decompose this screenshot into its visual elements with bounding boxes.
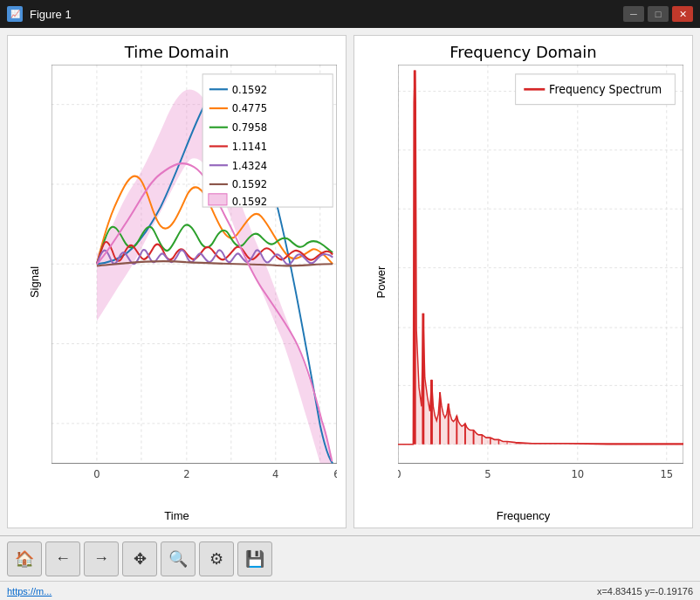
time-domain-canvas[interactable]: 1.0 0.5 0.0 −0.5 −1.0 0 2 4 6 (51, 65, 337, 501)
plots-row: Time Domain Signal Time (0, 28, 700, 535)
window-title: Figure 1 (30, 8, 623, 21)
content-area: Time Domain Signal Time (0, 28, 700, 600)
forward-button[interactable]: → (84, 541, 119, 576)
svg-text:0: 0 (398, 467, 401, 480)
svg-text:0.4775: 0.4775 (232, 102, 267, 115)
status-coords: x=4.83415 y=-0.19176 (597, 586, 693, 597)
maximize-button[interactable]: □ (648, 6, 669, 22)
frequency-domain-plot: Frequency Domain Power Frequency (353, 35, 693, 528)
status-link[interactable]: https://m... (7, 586, 51, 597)
status-bar: https://m... x=4.83415 y=-0.19176 (0, 581, 700, 600)
svg-rect-22 (202, 74, 333, 207)
save-button[interactable]: 💾 (237, 541, 272, 576)
svg-text:15: 15 (660, 467, 673, 480)
pan-button[interactable]: ✥ (122, 541, 157, 576)
svg-text:1.1141: 1.1141 (232, 140, 267, 153)
time-domain-x-label: Time (164, 509, 189, 522)
svg-rect-35 (209, 194, 227, 205)
window-controls: ─ □ ✕ (623, 6, 693, 22)
svg-text:0: 0 (93, 467, 100, 480)
time-domain-y-label: Signal (28, 266, 41, 297)
minimize-button[interactable]: ─ (623, 6, 644, 22)
home-button[interactable]: 🏠 (7, 541, 42, 576)
svg-text:0.1592: 0.1592 (232, 83, 267, 96)
svg-text:5: 5 (484, 467, 491, 480)
frequency-domain-x-label: Frequency (497, 509, 550, 522)
app-icon: 📈 (7, 6, 23, 22)
frequency-domain-canvas[interactable]: 120 100 80 60 40 20 0 0 5 10 15 (398, 65, 683, 501)
toolbar: 🏠 ← → ✥ 🔍 ⚙ 💾 (0, 535, 700, 581)
svg-text:10: 10 (571, 467, 584, 480)
time-domain-plot: Time Domain Signal Time (7, 35, 347, 528)
time-domain-title: Time Domain (8, 36, 346, 65)
settings-button[interactable]: ⚙ (199, 541, 234, 576)
svg-text:0.7958: 0.7958 (232, 121, 267, 134)
back-button[interactable]: ← (45, 541, 80, 576)
zoom-button[interactable]: 🔍 (161, 541, 196, 576)
svg-text:4: 4 (272, 467, 278, 480)
close-button[interactable]: ✕ (672, 6, 693, 22)
svg-text:2: 2 (183, 467, 189, 480)
frequency-domain-y-label: Power (374, 266, 388, 298)
frequency-domain-title: Frequency Domain (354, 36, 692, 65)
svg-text:0.1592: 0.1592 (232, 178, 267, 191)
svg-text:0.1592: 0.1592 (232, 195, 267, 208)
main-window: 📈 Figure 1 ─ □ ✕ Time Domain Signal Time (0, 0, 700, 600)
svg-text:Frequency Spectrum: Frequency Spectrum (549, 82, 662, 96)
title-bar: 📈 Figure 1 ─ □ ✕ (0, 0, 700, 28)
svg-text:1.4324: 1.4324 (232, 159, 267, 172)
svg-text:6: 6 (333, 467, 337, 480)
